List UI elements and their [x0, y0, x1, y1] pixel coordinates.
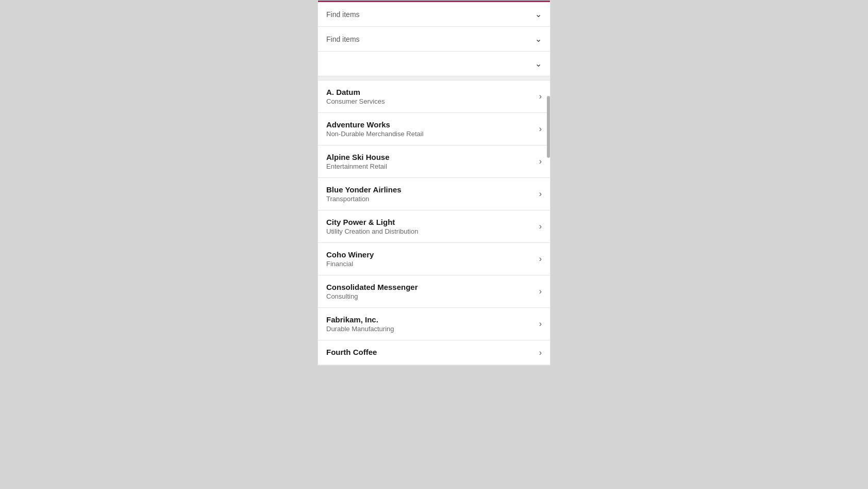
list-item-fabrikam[interactable]: Fabrikam, Inc. Durable Manufacturing ›	[318, 308, 550, 340]
chevron-right-icon-adventure-works: ›	[539, 124, 542, 134]
find-items-dropdown-2[interactable]: Find items ⌄	[318, 27, 550, 52]
list-item-city-power-light-content: City Power & Light Utility Creation and …	[326, 218, 418, 235]
list-item-city-power-light[interactable]: City Power & Light Utility Creation and …	[318, 210, 550, 243]
list-item-a-datum-subtitle: Consumer Services	[326, 97, 385, 105]
chevron-right-icon-fabrikam: ›	[539, 319, 542, 329]
chevron-down-icon-2: ⌄	[535, 34, 542, 44]
list-item-fourth-coffee-content: Fourth Coffee	[326, 348, 377, 357]
list-item-alpine-ski-house-content: Alpine Ski House Entertainment Retail	[326, 153, 390, 170]
chevron-right-icon-alpine-ski-house: ›	[539, 157, 542, 166]
list-item-consolidated-messenger-subtitle: Consulting	[326, 292, 418, 300]
list-item-blue-yonder-airlines-subtitle: Transportation	[326, 195, 402, 203]
list-item-consolidated-messenger-content: Consolidated Messenger Consulting	[326, 283, 418, 300]
list-item-adventure-works-subtitle: Non-Durable Merchandise Retail	[326, 130, 424, 138]
list-item-fourth-coffee-name: Fourth Coffee	[326, 348, 377, 356]
main-panel: Find items ⌄ Find items ⌄ ⌄ A. Datum Con…	[318, 0, 550, 366]
list-item-fabrikam-name: Fabrikam, Inc.	[326, 315, 394, 324]
chevron-right-icon-coho-winery: ›	[539, 254, 542, 264]
list-item-a-datum-content: A. Datum Consumer Services	[326, 88, 385, 105]
list-item-adventure-works[interactable]: Adventure Works Non-Durable Merchandise …	[318, 113, 550, 145]
list-item-coho-winery-name: Coho Winery	[326, 250, 374, 259]
chevron-right-icon-fourth-coffee: ›	[539, 348, 542, 357]
list-item-a-datum-name: A. Datum	[326, 88, 385, 96]
chevron-right-icon-blue-yonder-airlines: ›	[539, 189, 542, 199]
accounts-list: A. Datum Consumer Services › Adventure W…	[318, 80, 550, 365]
list-item-alpine-ski-house[interactable]: Alpine Ski House Entertainment Retail ›	[318, 145, 550, 178]
find-items-placeholder-1: Find items	[326, 10, 360, 19]
list-item-fabrikam-content: Fabrikam, Inc. Durable Manufacturing	[326, 315, 394, 333]
chevron-down-icon-3: ⌄	[535, 59, 542, 69]
list-item-city-power-light-name: City Power & Light	[326, 218, 418, 226]
list-item-fabrikam-subtitle: Durable Manufacturing	[326, 325, 394, 333]
divider-space	[318, 76, 550, 80]
list-item-coho-winery-content: Coho Winery Financial	[326, 250, 374, 268]
list-item-consolidated-messenger[interactable]: Consolidated Messenger Consulting ›	[318, 275, 550, 308]
list-item-coho-winery-subtitle: Financial	[326, 260, 374, 268]
find-items-dropdown-1[interactable]: Find items ⌄	[318, 2, 550, 27]
list-item-adventure-works-content: Adventure Works Non-Durable Merchandise …	[326, 120, 424, 138]
chevron-right-icon-city-power-light: ›	[539, 222, 542, 231]
list-item-alpine-ski-house-subtitle: Entertainment Retail	[326, 162, 390, 170]
list-item-a-datum[interactable]: A. Datum Consumer Services ›	[318, 80, 550, 113]
list-item-blue-yonder-airlines-name: Blue Yonder Airlines	[326, 185, 402, 194]
chevron-right-icon-a-datum: ›	[539, 92, 542, 101]
chevron-right-icon-consolidated-messenger: ›	[539, 287, 542, 296]
list-item-city-power-light-subtitle: Utility Creation and Distribution	[326, 227, 418, 235]
find-items-placeholder-2: Find items	[326, 35, 360, 43]
scrollbar-thumb[interactable]	[547, 96, 550, 158]
list-item-fourth-coffee[interactable]: Fourth Coffee ›	[318, 340, 550, 365]
list-item-alpine-ski-house-name: Alpine Ski House	[326, 153, 390, 161]
list-item-coho-winery[interactable]: Coho Winery Financial ›	[318, 243, 550, 275]
chevron-down-icon-1: ⌄	[535, 9, 542, 19]
list-item-blue-yonder-airlines-content: Blue Yonder Airlines Transportation	[326, 185, 402, 203]
list-item-adventure-works-name: Adventure Works	[326, 120, 424, 129]
list-item-consolidated-messenger-name: Consolidated Messenger	[326, 283, 418, 291]
list-item-blue-yonder-airlines[interactable]: Blue Yonder Airlines Transportation ›	[318, 178, 550, 210]
find-items-dropdown-3[interactable]: ⌄	[318, 52, 550, 76]
